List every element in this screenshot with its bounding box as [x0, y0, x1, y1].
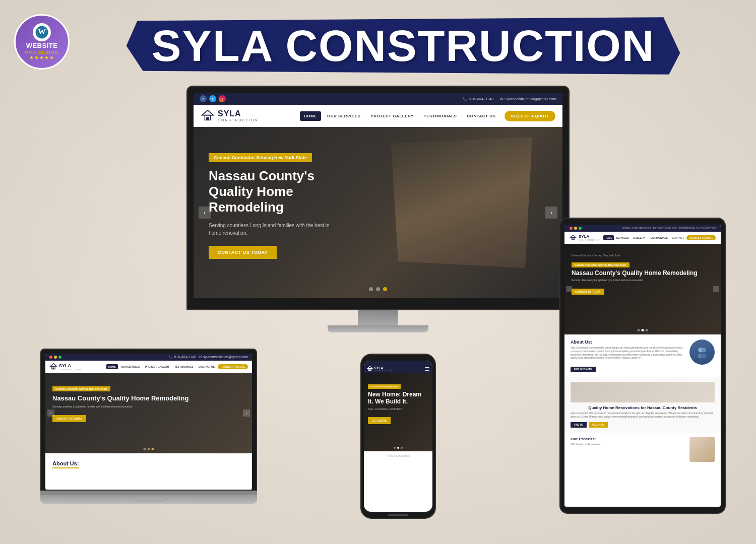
tablet-nav-services[interactable]: SERVICES: [615, 235, 631, 240]
laptop-hero-subtitle: Serving countless Long Island families w…: [52, 405, 245, 409]
tablet-about-desc: Syla Construction is committed to constr…: [571, 347, 685, 360]
laptop-hero-tag: General Contractor Serving New York Stat…: [52, 386, 110, 391]
phone-bottom-text: © SYLA Construction: [368, 454, 428, 457]
tablet-contact: HOME | OUR SERVICES | PROJECT GALLERY | …: [622, 227, 716, 230]
laptop-dots: [144, 448, 154, 450]
facebook-icon[interactable]: f: [200, 95, 207, 102]
badge-website-text: WEBSITE: [26, 42, 58, 49]
tablet-findus-btn[interactable]: FIND US: [571, 422, 587, 428]
nav-contact[interactable]: CONTACT US: [463, 111, 499, 121]
hero-next-arrow[interactable]: ›: [545, 207, 557, 219]
monitor-base: [328, 325, 428, 332]
hero-dot-2[interactable]: [376, 287, 380, 291]
phone-home-indicator[interactable]: [388, 514, 408, 516]
phone-logo-text-group: SYLA CONSTRUCTION: [374, 366, 392, 372]
tablet-dot-nav-3[interactable]: [646, 329, 648, 331]
laptop-dot-3[interactable]: [152, 448, 154, 450]
tablet-about-image: [689, 339, 715, 365]
nav-testimonials[interactable]: TESTIMONIALS: [420, 111, 461, 121]
laptop-next-arrow[interactable]: ›: [243, 410, 250, 417]
tablet-hero-breadcrumb: General Contractor Serving New York Stat…: [572, 254, 714, 257]
tablet-callnow-btn[interactable]: CALL NOW: [589, 422, 608, 428]
laptop-hero-cta[interactable]: CONTACT US TODAY: [52, 415, 86, 422]
laptop-brand-sub: CONSTRUCTION: [59, 368, 81, 371]
hero-dot-3[interactable]: [383, 287, 387, 291]
laptop-nav-testimonials[interactable]: TESTIMONIALS: [172, 364, 195, 369]
laptop-screen: 📞 516-404-3148 ✉ sylaconstruction@gmail.…: [45, 354, 252, 490]
phone-dot-3[interactable]: [401, 447, 403, 449]
laptop-nav-gallery[interactable]: PROJECT GALLERY: [143, 364, 172, 369]
tablet-next-arrow[interactable]: ›: [713, 286, 719, 292]
instagram-icon[interactable]: i: [219, 95, 226, 102]
logo-text: SYLA CONSTRUCTION: [218, 109, 258, 122]
team-photo-icon: [695, 345, 710, 360]
phone-menu-icon[interactable]: ☰: [425, 366, 429, 372]
logo-construction: CONSTRUCTION: [218, 118, 258, 122]
laptop-nav-contact[interactable]: CONTACT US: [197, 364, 217, 369]
phone-hero-subtitle: Years, Committed to, and for NYC.: [368, 408, 428, 411]
nav-home[interactable]: HOME: [300, 111, 321, 121]
laptop-nav-home[interactable]: HOME: [106, 364, 118, 369]
tablet-dot-nav-2[interactable]: [642, 329, 644, 331]
tablet-about-btn[interactable]: FIND OUT MORE: [571, 367, 596, 372]
laptop-house-icon: [49, 363, 57, 371]
nav-services[interactable]: OUR SERVICES: [323, 111, 364, 121]
phone-hero-cta[interactable]: GET QUOTE: [368, 417, 391, 424]
hero-content: General Contractor Serving New York Stat…: [194, 127, 562, 284]
website-navbar: SYLA CONSTRUCTION HOME OUR SERVICES PROJ…: [194, 105, 562, 127]
laptop-logo-text: SYLA CONSTRUCTION: [59, 363, 81, 371]
tablet-nav-contact[interactable]: CONTACT: [670, 235, 685, 240]
tablet-nav-links: HOME SERVICES GALLERY TESTIMONIALS CONTA…: [603, 235, 716, 240]
phone-topbar: SYLA CONSTRUCTION ☰: [364, 361, 432, 373]
laptop-topbar: 📞 516-404-3148 ✉ sylaconstruction@gmail.…: [45, 354, 252, 361]
phone-dot-1[interactable]: [394, 447, 396, 449]
phone-brand: SYLA: [374, 366, 392, 370]
request-quote-button[interactable]: REQUEST A QUOTE: [505, 111, 555, 121]
hero-dot-1[interactable]: [369, 287, 373, 291]
phone-dot-2[interactable]: [397, 447, 399, 449]
laptop-hero: General Contractor Serving New York Stat…: [45, 373, 252, 453]
phone-house-icon: [367, 366, 373, 372]
email-address: ✉ Sylaconstruction@gmail.com: [500, 97, 557, 101]
phone-hero-tag: Contractor Serving New York: [368, 384, 401, 389]
tablet-dot-nav-1[interactable]: [638, 329, 640, 331]
tablet-device: HOME | OUR SERVICES | PROJECT GALLERY | …: [559, 218, 726, 514]
desktop-monitor: f t i 📞 516-404-3148 ✉ Sylaconstruction@…: [186, 86, 570, 332]
svg-point-14: [701, 354, 707, 359]
tablet-nav-home[interactable]: HOME: [603, 235, 614, 240]
hero-cta-button[interactable]: CONTACT US TODAY: [209, 246, 277, 259]
laptop-dot-2[interactable]: [148, 448, 150, 450]
laptop-screen-wrapper: 📞 516-404-3148 ✉ sylaconstruction@gmail.…: [40, 349, 257, 491]
tablet-prev-arrow[interactable]: ‹: [566, 286, 572, 292]
tablet-quote-button[interactable]: REQUEST A QUOTE: [686, 235, 716, 240]
tablet-hero-content: General Contractor Serving New York Stat…: [564, 244, 721, 305]
tablet-hero-cta[interactable]: CONTACT US TODAY: [572, 289, 604, 295]
phone-hero-title: New Home: Dream It. We Build It.: [368, 391, 428, 405]
laptop-nav-services[interactable]: OUR SERVICES: [119, 364, 142, 369]
laptop-prev-arrow[interactable]: ‹: [47, 410, 54, 417]
tablet-quality-image: [571, 382, 715, 402]
nav-gallery[interactable]: PROJECT GALLERY: [366, 111, 417, 121]
hero-dots: [369, 287, 387, 291]
laptop-base: [40, 495, 257, 504]
laptop-quote-button[interactable]: REQUEST A QUOTE: [218, 364, 248, 369]
tablet-nav-gallery[interactable]: GALLERY: [632, 235, 647, 240]
tablet-about-text: About Us: Syla Construction is committed…: [571, 339, 685, 372]
tablet-dots-nav: [638, 329, 648, 331]
svg-marker-15: [367, 366, 372, 368]
tablet-hero-title: Nassau County's Quality Home Remodeling: [572, 269, 714, 277]
hero-subtitle: Serving countless Long Island families w…: [209, 222, 335, 237]
laptop-dot-1[interactable]: [144, 448, 146, 450]
laptop-logo: SYLA CONSTRUCTION: [49, 363, 81, 371]
tablet-quality-btns: FIND US CALL NOW: [571, 422, 715, 428]
tablet-nav-testimonials[interactable]: TESTIMONIALS: [648, 235, 669, 240]
laptop-about-title: About Us:: [52, 460, 79, 468]
tablet-screen: HOME | OUR SERVICES | PROJECT GALLERY | …: [564, 225, 721, 507]
twitter-icon[interactable]: t: [209, 95, 216, 102]
hero-section: General Contractor Serving New York Stat…: [194, 127, 562, 298]
laptop-hero-title: Nassau County's Quality Home Remodeling: [52, 394, 245, 402]
tablet-about-title: About Us:: [571, 339, 685, 345]
hero-prev-arrow[interactable]: ‹: [199, 207, 211, 219]
tablet-house-icon: [570, 234, 577, 241]
phone-device: SYLA CONSTRUCTION ☰ Contractor Serving N…: [360, 354, 436, 519]
